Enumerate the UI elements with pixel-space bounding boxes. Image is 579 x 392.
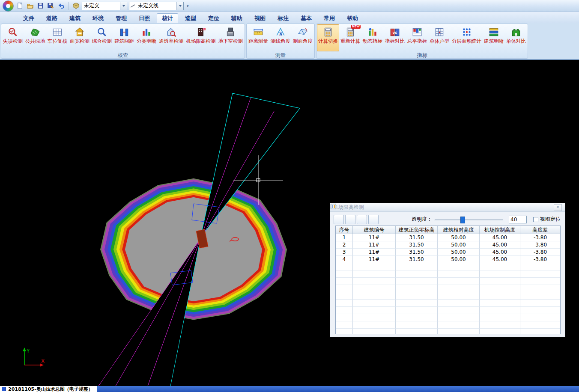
table-empty-row[interactable] [336, 285, 560, 292]
menu-tab-辅助[interactable]: 辅助 [226, 13, 248, 23]
svg-text:VS: VS [393, 31, 397, 35]
layout-tab-label: 20181105-奥山技术总图（电子规整） [8, 386, 93, 392]
export-table-button[interactable] [357, 215, 367, 224]
undo-button[interactable] [57, 2, 65, 10]
table-empty-row[interactable] [336, 300, 560, 307]
ribbon-item-line-angle-measure[interactable]: A测线角度 [269, 24, 292, 51]
layer-combo-dropdown[interactable] [120, 2, 127, 10]
layer-combo-value: 未定义 [82, 2, 114, 9]
menu-tab-环境[interactable]: 环境 [87, 13, 109, 23]
ribbon-item-airport-height-check[interactable]: H机场限高检测 [185, 24, 217, 51]
ribbon-item-distance-measure[interactable]: 距离测量 [247, 24, 269, 51]
linetype-combo[interactable]: 未定义线 [129, 2, 184, 10]
table-cell: 11# [353, 256, 396, 263]
dialog-titlebar[interactable]: 机场限高检测 ✕ [330, 203, 565, 212]
ribbon-item-building-spacing[interactable]: 建筑间距 [113, 24, 135, 51]
ribbon-item-error-check[interactable]: 失误检测 [2, 24, 24, 51]
ribbon: 失误检测公共绿地车位复核面宽检测综合检测建筑间距分类明晰通透率检测H机场限高检测… [0, 23, 579, 60]
save-button[interactable] [36, 2, 45, 10]
dialog-close-button[interactable]: ✕ [554, 204, 562, 211]
unit-compare-icon [510, 27, 522, 38]
table-empty-row[interactable] [336, 321, 560, 329]
menu-tab-核计[interactable]: 核计 [157, 13, 178, 23]
ribbon-item-building-clarity[interactable]: 建筑明晰 [483, 24, 505, 51]
menu-tab-基本[interactable]: 基本 [295, 13, 317, 23]
ribbon-item-label: 测面角度 [293, 38, 313, 44]
ribbon-item-label: 重新计算 [340, 38, 360, 44]
index-compare-icon: VS [389, 27, 400, 38]
menu-tab-视图[interactable]: 视图 [249, 13, 271, 23]
menu-tab-帮助[interactable]: 帮助 [342, 13, 363, 23]
ribbon-item-recalculate[interactable]: 重新计算NEW [339, 24, 361, 51]
table-cell: 50.00 [438, 234, 480, 241]
drawing-canvas[interactable]: Y X 机场限高检测 ✕ W 透明度： [0, 60, 579, 386]
linetype-combo-value: 未定义线 [136, 2, 168, 9]
slider-track[interactable] [435, 219, 503, 221]
table-row[interactable]: 211#31.5050.0045.00-3.80 [336, 241, 560, 249]
ribbon-item-public-green[interactable]: 公共绿地 [24, 24, 46, 51]
ribbon-item-label: 分层面积统计 [452, 38, 481, 44]
menu-tab-日照[interactable]: 日照 [134, 13, 155, 23]
menu-tab-常用[interactable]: 常用 [319, 13, 340, 23]
ribbon-item-parking-review[interactable]: 车位复核 [46, 24, 69, 51]
menu-tab-管理[interactable]: 管理 [110, 13, 132, 23]
table-empty-row[interactable] [336, 314, 560, 321]
slider-thumb[interactable] [460, 217, 465, 223]
table-empty-row[interactable] [336, 292, 560, 300]
ribbon-item-label: 计算切换 [318, 38, 338, 44]
ribbon-item-width-check[interactable]: 面宽检测 [69, 24, 91, 51]
table-empty-row[interactable] [336, 263, 560, 270]
ribbon-item-comprehensive-check[interactable]: 综合检测 [91, 24, 113, 51]
ribbon-item-basement-check[interactable]: 地下室检测 [217, 24, 245, 51]
table-empty-row[interactable] [336, 329, 560, 334]
ribbon-item-transparency-check[interactable]: 通透率检测 [158, 24, 185, 51]
table-row[interactable]: 311#31.5050.0045.00-3.80 [336, 249, 560, 256]
menu-tab-定位[interactable]: 定位 [203, 13, 224, 23]
ribbon-item-overall-index[interactable]: 总平指标 [406, 24, 428, 51]
opacity-value-input[interactable]: 40 [509, 216, 527, 223]
ribbon-item-index-compare[interactable]: VS指标对比 [384, 24, 406, 51]
width-check-icon [74, 27, 85, 38]
ribbon-item-floor-area-stats[interactable]: 分层面积统计 [451, 24, 483, 51]
table-empty-row[interactable] [336, 270, 560, 278]
table-empty-row[interactable] [336, 278, 560, 285]
layout-tab[interactable]: 20181105-奥山技术总图（电子规整） [0, 386, 97, 392]
table-header-cell: 序号 [336, 226, 353, 234]
save-as-button[interactable] [46, 2, 55, 10]
table-cell: 31.50 [396, 241, 438, 249]
building-clarity-icon [488, 27, 499, 38]
menu-tab-造型[interactable]: 造型 [180, 13, 201, 23]
ribbon-item-label: 单体户型 [430, 38, 449, 44]
view-locate-checkbox-group[interactable]: 视图定位 [533, 216, 561, 223]
menu-tab-道路[interactable]: 道路 [41, 13, 63, 23]
error-check-icon [7, 27, 18, 38]
opacity-slider[interactable] [435, 216, 503, 223]
menu-tab-建筑[interactable]: 建筑 [64, 13, 86, 23]
column-view-button[interactable] [368, 215, 379, 224]
menu-tab-标注[interactable]: 标注 [272, 13, 294, 23]
ribbon-item-surface-angle-measure[interactable]: 测面角度 [292, 24, 314, 51]
app-logo-icon[interactable] [3, 0, 14, 12]
ribbon-item-unit-compare[interactable]: 单体对比 [505, 24, 527, 51]
export-word-button[interactable]: W [345, 215, 355, 224]
linetype-combo-dropdown[interactable] [176, 2, 183, 10]
new-file-button[interactable] [15, 2, 24, 10]
ribbon-item-unit-type[interactable]: 单体户型 [428, 24, 451, 51]
ribbon-item-calc-toggle[interactable]: 计算切换 [317, 24, 339, 51]
menu-tab-文件[interactable]: 文件 [18, 13, 39, 23]
table-row[interactable]: 411#31.5050.0045.00-3.80 [336, 256, 560, 263]
table-header-cell: 机场控制高度 [480, 226, 520, 234]
ribbon-item-dynamic-index[interactable]: 动态指标 [361, 24, 384, 51]
refresh-button[interactable] [334, 215, 344, 224]
table-row[interactable]: 111#31.5050.0045.00-3.80 [336, 234, 560, 241]
table-empty-row[interactable] [336, 307, 560, 314]
view-locate-checkbox[interactable] [533, 217, 538, 222]
block-tool-button[interactable] [72, 2, 80, 10]
linetype-sample-icon [129, 4, 136, 8]
toolbar-overflow-button[interactable]: ▾ [185, 4, 190, 8]
ribbon-item-classification-clarity[interactable]: 分类明晰 [135, 24, 158, 51]
layer-combo[interactable]: 未定义 [82, 2, 127, 10]
table-cell: 45.00 [480, 234, 520, 241]
open-file-button[interactable] [26, 2, 34, 10]
unit-type-icon [434, 27, 445, 38]
